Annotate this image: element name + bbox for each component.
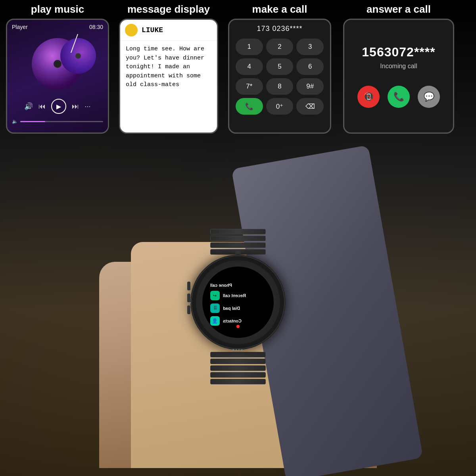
side-button-3[interactable] (187, 305, 190, 314)
message-display-panel: message display LIUKE Long time see. How… (115, 0, 222, 138)
strap-link-3 (210, 242, 266, 248)
menu-contacts-label: Contacts (223, 319, 242, 323)
message-sender: LIUKE (142, 26, 163, 34)
player-label: Player (12, 24, 28, 30)
key-6[interactable]: 6 (296, 58, 324, 75)
incoming-label: Incoming call (380, 63, 417, 70)
recent-call-icon[interactable]: ↩ (210, 291, 220, 300)
volume-track[interactable] (20, 121, 103, 122)
player-time: 08:30 (89, 24, 103, 30)
side-button-2[interactable] (187, 294, 190, 302)
answer-buttons[interactable]: 📵 📞 💬 (357, 86, 440, 108)
message-display-label: message display (127, 3, 210, 15)
menu-recent-label: Recent call (223, 293, 246, 298)
message-body: Long time see. How are you? Let's have d… (120, 41, 217, 94)
red-indicator (236, 325, 240, 328)
message-screen: LIUKE Long time see. How are you? Let's … (119, 19, 218, 134)
dialpad-icon[interactable]: ⠿ (210, 303, 220, 313)
answer-call-label: answer a call (367, 3, 431, 15)
key-7star[interactable]: 7* (236, 78, 263, 95)
key-backspace[interactable]: ⌫ (296, 98, 324, 115)
answer-call-panel: answer a call 1563072**** Incoming call … (337, 0, 460, 138)
volume-icon[interactable]: 🔊 (24, 102, 33, 111)
watch-screen: Contacts 👤 Dial pad ⠿ Recent call ↩ Phon… (202, 267, 274, 338)
make-call-panel: make a call 173 0236**** 1 2 3 4 5 6 7* … (222, 0, 337, 138)
prev-button[interactable]: ⏮ (38, 102, 46, 111)
volume-bar: 🔈 (7, 117, 108, 126)
key-3[interactable]: 3 (296, 38, 324, 55)
volume-fill (20, 121, 45, 122)
message-reply-button[interactable]: 💬 (418, 86, 440, 108)
strap-bottom (210, 352, 266, 384)
watch-area: SPORT Contacts 👤 Dial pad ⠿ Recent call (99, 143, 377, 468)
key-5[interactable]: 5 (266, 58, 294, 75)
top-panels: play music Player 08:30 🔊 ⏮ ▶ ⏭ ··· 🔈 (0, 0, 476, 138)
strap-link-9 (210, 379, 266, 384)
key-4[interactable]: 4 (236, 58, 263, 75)
strap-link-5 (210, 352, 266, 357)
strap-link-8 (210, 372, 266, 378)
key-8[interactable]: 8 (266, 78, 294, 95)
side-button-1[interactable] (187, 282, 190, 290)
play-music-label: play music (31, 3, 84, 15)
play-button[interactable]: ▶ (51, 99, 66, 114)
back-text: BACK (232, 349, 244, 351)
watch-case: SPORT Contacts 👤 Dial pad ⠿ Recent call (190, 255, 286, 350)
incoming-number: 1563072**** (362, 45, 435, 60)
player-header: Player 08:30 (7, 20, 108, 32)
play-music-screen: Player 08:30 🔊 ⏮ ▶ ⏭ ··· 🔈 (6, 19, 109, 134)
more-icon[interactable]: ··· (84, 102, 90, 111)
key-0plus[interactable]: 0⁺ (266, 98, 294, 115)
key-9hash[interactable]: 9# (296, 78, 324, 95)
vinyl-container (7, 32, 108, 96)
watch-crown (235, 251, 241, 254)
strap-link-6 (210, 359, 266, 364)
call-number-display: 173 0236**** (229, 20, 330, 36)
keypad[interactable]: 1 2 3 4 5 6 7* 8 9# 📞 0⁺ ⌫ (229, 36, 330, 117)
key-1[interactable]: 1 (236, 38, 263, 55)
vinyl-disc-secondary (60, 38, 96, 74)
decline-button[interactable]: 📵 (357, 86, 380, 108)
strap-link-2 (210, 236, 266, 241)
vol-low-icon: 🔈 (12, 119, 18, 124)
contacts-icon[interactable]: 👤 (210, 316, 220, 326)
accept-button[interactable]: 📞 (388, 86, 410, 108)
message-avatar (125, 24, 138, 36)
watch-body: SPORT Contacts 👤 Dial pad ⠿ Recent call (190, 227, 286, 384)
menu-phonecall-label: Phone call (210, 283, 232, 288)
message-header: LIUKE (120, 20, 217, 41)
next-button[interactable]: ⏭ (72, 102, 79, 111)
key-2[interactable]: 2 (266, 38, 294, 55)
answer-screen: 1563072**** Incoming call 📵 📞 💬 (343, 19, 454, 134)
strap-link-1 (210, 229, 266, 234)
key-call[interactable]: 📞 (236, 98, 263, 115)
play-music-panel: play music Player 08:30 🔊 ⏮ ▶ ⏭ ··· 🔈 (0, 0, 115, 138)
make-call-label: make a call (252, 3, 307, 15)
call-screen: 173 0236**** 1 2 3 4 5 6 7* 8 9# 📞 0⁺ ⌫ (228, 19, 331, 134)
strap-link-7 (210, 365, 266, 371)
player-controls[interactable]: 🔊 ⏮ ▶ ⏭ ··· (7, 96, 108, 117)
menu-dialpad-label: Dial pad (223, 306, 240, 311)
